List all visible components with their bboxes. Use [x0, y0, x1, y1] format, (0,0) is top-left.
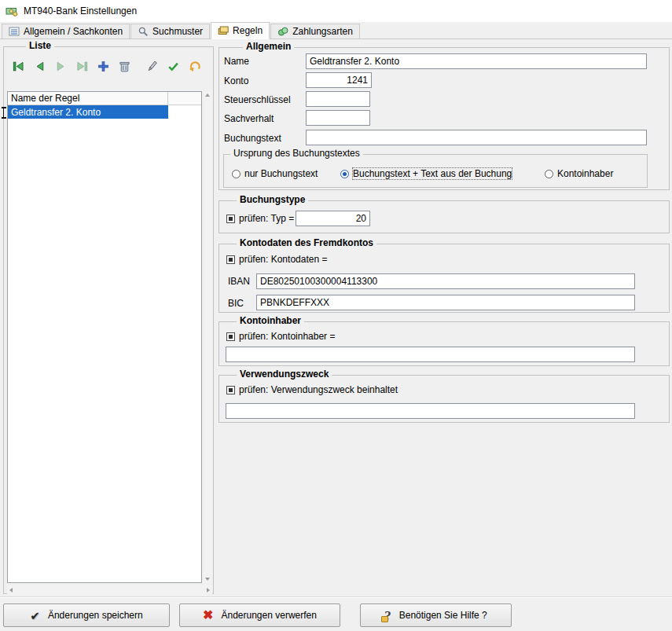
first-record-icon: [12, 60, 25, 73]
allgemein-group-title: Allgemein: [243, 41, 294, 53]
horizontal-scrollbar[interactable]: [7, 585, 212, 595]
checkbox-checked[interactable]: [226, 215, 235, 223]
tab-label: Zahlungsarten: [292, 26, 353, 37]
pruefen-kontodaten-row: prüfen: Kontodaten =: [226, 254, 327, 265]
scroll-right-icon[interactable]: [207, 588, 210, 592]
edit-record-button[interactable]: [142, 57, 162, 76]
pruefen-kontoinhaber-row: prüfen: Kontoinhaber =: [226, 331, 335, 342]
verwendungszweck-group-title: Verwendungszweck: [237, 369, 332, 380]
radio-kontoinhaber[interactable]: Kontoinhaber: [545, 168, 613, 179]
checkbox-checked[interactable]: [226, 386, 235, 394]
tab-label: Allgemein / Sachkonten: [24, 26, 123, 37]
iban-input[interactable]: [256, 273, 635, 289]
post-record-icon: [167, 60, 180, 73]
kontoinhaber-group-title: Kontoinhaber: [237, 315, 304, 327]
buchungstype-group-title: Buchungstype: [237, 194, 308, 206]
titlebar: MT940-Bank Einstellungen: [0, 0, 672, 22]
help-question-icon: ?: [384, 609, 391, 622]
typ-input[interactable]: [296, 211, 370, 226]
radio-label: nur Buchungstext: [244, 168, 318, 179]
buchungstext-input[interactable]: [306, 130, 647, 145]
add-record-button[interactable]: [94, 57, 113, 76]
next-record-button[interactable]: [51, 57, 71, 76]
save-button-label: Änderungen speichern: [48, 610, 143, 621]
edit-record-icon: [145, 60, 159, 73]
list-header[interactable]: Name der Regel: [8, 92, 201, 105]
pruefen-verwendungszweck-row: prüfen: Verwendungszweck beinhaltet: [226, 384, 398, 395]
radio-nur-buchungstext[interactable]: nur Buchungstext: [232, 168, 318, 179]
sachverhalt-input[interactable]: [306, 110, 370, 126]
steuerschluessel-label: Steuerschlüssel: [224, 94, 291, 105]
liste-group: Liste Name der Regel Geldtransfer 2. Kon…: [3, 46, 214, 594]
tab-allgemein-sachkonten[interactable]: Allgemein / Sachkonten: [2, 24, 130, 39]
bic-input[interactable]: [256, 295, 635, 310]
list-icon: [9, 26, 20, 37]
list-header-cell[interactable]: Name der Regel: [8, 92, 168, 105]
tab-regeln[interactable]: Regeln: [211, 22, 270, 39]
footer-bar: ✔ Änderungen speichern ✖ Änderungen verw…: [0, 596, 672, 631]
scroll-up-icon[interactable]: [205, 94, 210, 97]
next-record-icon: [54, 60, 68, 73]
save-check-icon: ✔: [30, 610, 40, 622]
window-title: MT940-Bank Einstellungen: [24, 6, 137, 17]
verwendungszweck-input[interactable]: [226, 403, 635, 419]
discard-x-icon: ✖: [203, 609, 213, 622]
fremdkonto-group-title: Kontodaten des Fremdkontos: [237, 237, 376, 249]
text-cursor: [1, 107, 6, 119]
save-changes-button[interactable]: ✔ Änderungen speichern: [3, 603, 170, 627]
cancel-record-icon: [188, 60, 201, 73]
help-button[interactable]: ? Benötigen Sie Hilfe ?: [360, 603, 512, 627]
tab-suchmuster[interactable]: Suchmuster: [130, 24, 210, 39]
rules-list[interactable]: Name der Regel Geldtransfer 2. Konto: [7, 91, 202, 583]
checkbox-checked[interactable]: [226, 332, 235, 341]
add-record-icon: [97, 60, 110, 73]
last-record-button[interactable]: [72, 57, 92, 76]
help-button-label: Benötigen Sie Hilfe ?: [399, 610, 487, 621]
fremdkonto-group: Kontodaten des Fremdkontos prüfen: Konto…: [218, 244, 670, 313]
radio-label: Kontoinhaber: [557, 168, 613, 179]
radio-buchungstext-plus-text[interactable]: Buchungstext + Text aus der Buchung: [340, 168, 512, 179]
record-toolbar: [9, 57, 204, 76]
discard-changes-button[interactable]: ✖ Änderungen verwerfen: [179, 603, 340, 627]
checkbox-label: prüfen: Typ =: [239, 213, 294, 224]
previous-record-button[interactable]: [30, 57, 50, 76]
verwendungszweck-group: Verwendungszweck prüfen: Verwendungszwec…: [218, 375, 670, 423]
name-input[interactable]: [306, 53, 647, 69]
list-item[interactable]: Geldtransfer 2. Konto: [8, 105, 168, 119]
bic-label: BIC: [228, 298, 244, 309]
tab-zahlungsarten[interactable]: Zahlungsarten: [270, 24, 360, 39]
checkbox-checked[interactable]: [226, 255, 235, 264]
last-record-icon: [75, 60, 89, 73]
discard-button-label: Änderungen verwerfen: [221, 610, 316, 621]
radio-button[interactable]: [545, 170, 553, 178]
ursprung-group-title: Ursprung des Buchungstextes: [230, 148, 363, 160]
post-record-button[interactable]: [163, 57, 183, 76]
first-record-button[interactable]: [9, 57, 28, 76]
konto-label: Konto: [224, 75, 248, 86]
app-icon: [6, 5, 18, 17]
radio-button-selected[interactable]: [340, 170, 349, 178]
konto-input[interactable]: [306, 72, 372, 88]
rules-icon: [218, 25, 229, 36]
scroll-left-icon[interactable]: [9, 588, 13, 592]
name-label: Name: [224, 56, 249, 67]
tab-label: Suchmuster: [152, 26, 203, 37]
kontoinhaber-input[interactable]: [226, 347, 635, 362]
radio-button[interactable]: [232, 170, 241, 178]
cancel-record-button[interactable]: [185, 57, 204, 76]
checkbox-label: prüfen: Kontodaten =: [239, 254, 327, 265]
checkbox-label: prüfen: Kontoinhaber =: [239, 331, 335, 342]
tabstrip: Allgemein / Sachkonten Suchmuster Regeln…: [0, 22, 672, 39]
iban-label: IBAN: [228, 276, 250, 287]
delete-record-icon: [118, 60, 131, 73]
kontoinhaber-group: Kontoinhaber prüfen: Kontoinhaber =: [218, 321, 670, 366]
pruefen-typ-row: prüfen: Typ =: [226, 213, 294, 224]
delete-record-button[interactable]: [115, 57, 134, 76]
buchungstype-group: Buchungstype prüfen: Typ =: [218, 200, 670, 233]
allgemein-group: Allgemein Name Konto Steuerschlüssel Sac…: [218, 47, 670, 190]
vertical-scrollbar[interactable]: [203, 91, 212, 583]
steuerschluessel-input[interactable]: [306, 91, 370, 107]
previous-record-icon: [33, 60, 46, 73]
scroll-down-icon[interactable]: [205, 578, 210, 581]
radio-label: Buchungstext + Text aus der Buchung: [353, 168, 512, 179]
